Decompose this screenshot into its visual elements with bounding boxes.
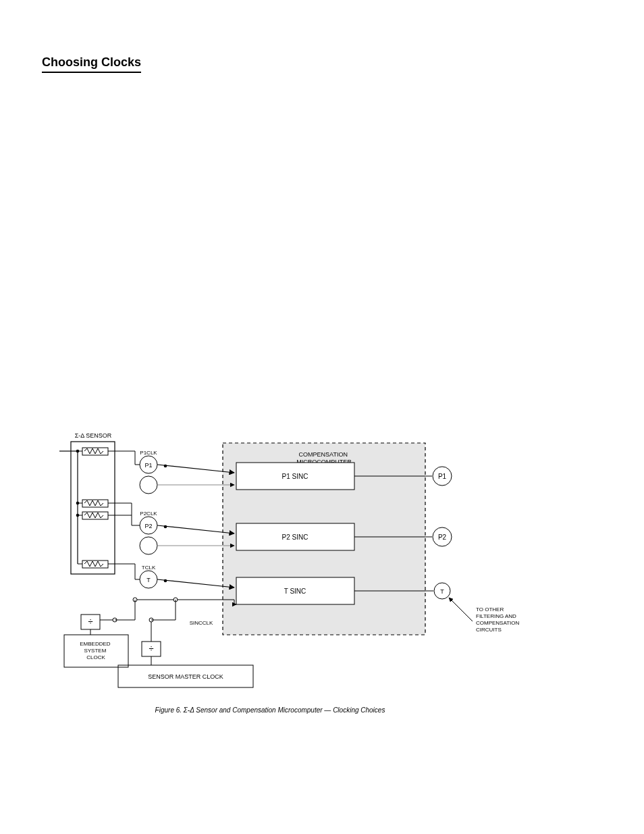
sincclk-label: SINCCLK — [190, 620, 213, 626]
sensor-master-clock-label: SENSOR MASTER CLOCK — [148, 673, 223, 680]
arrow-note: TO OTHER FILTERING AND COMPENSATION CIRC… — [476, 606, 521, 633]
clk-label: P1CLK — [140, 450, 157, 456]
signal-node — [140, 476, 157, 494]
svg-point-13 — [76, 514, 80, 517]
sensor-block-label: Σ-Δ SENSOR — [75, 432, 112, 439]
figure-caption: Figure 6. Σ-Δ Sensor and Compensation Mi… — [155, 706, 385, 714]
note-arrow — [449, 598, 473, 621]
clk-label: TCLK — [142, 565, 156, 571]
sinc-label: P1 SINC — [282, 473, 308, 480]
sensor-resistor — [78, 561, 115, 568]
svg-point-32 — [164, 525, 167, 529]
svg-point-9 — [76, 502, 80, 505]
sinc-label: P2 SINC — [282, 533, 308, 541]
output-label: P2 — [438, 533, 447, 541]
clk-label: P2CLK — [140, 511, 157, 517]
output-label: T — [440, 588, 444, 595]
embedded-clock-label: EMBEDDED SYSTEM CLOCK — [80, 641, 112, 660]
signal-label: P1 — [144, 462, 152, 469]
sensor-resistor — [76, 512, 115, 519]
sinc-label: T SINC — [284, 588, 306, 595]
signal-node — [140, 537, 157, 554]
sensor-resistor — [78, 448, 115, 455]
divide-icon: ÷ — [88, 617, 92, 627]
svg-point-30 — [164, 465, 167, 468]
signal-label: T — [146, 577, 151, 583]
svg-point-34 — [164, 579, 167, 583]
output-label: P1 — [438, 473, 447, 480]
sensor-resistor — [76, 500, 115, 507]
signal-label: P2 — [144, 523, 152, 529]
divide-icon: ÷ — [149, 644, 153, 654]
clocking-diagram: COMPENSATION MICROCOMPUTER Σ-Δ SENSOR — [0, 0, 644, 834]
